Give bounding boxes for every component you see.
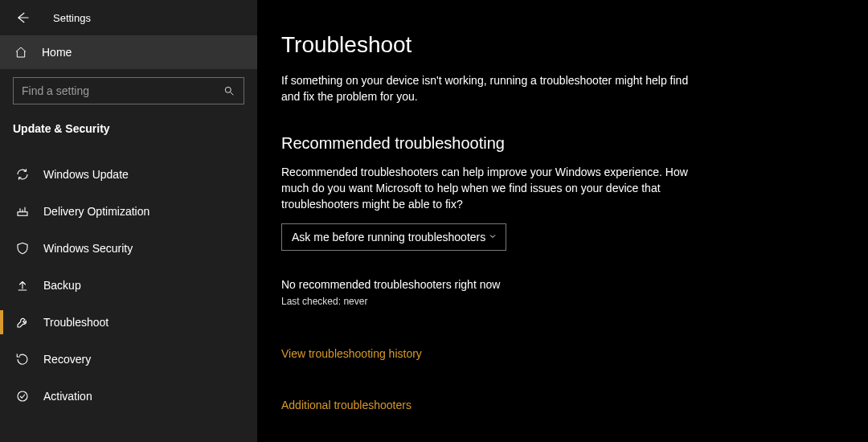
nav-label: Troubleshoot [43,316,108,329]
activation-icon [14,389,31,403]
chevron-down-icon [488,231,497,244]
search-box[interactable] [13,77,244,104]
nav-backup[interactable]: Backup [0,267,257,304]
nav-list: Windows Update Delivery Optimization Win… [0,156,257,415]
svg-point-2 [18,391,27,401]
home-icon [14,46,29,59]
titlebar: Settings [0,0,257,35]
nav-label: Delivery Optimization [43,205,149,218]
nav-windows-update[interactable]: Windows Update [0,156,257,193]
nav-label: Backup [43,279,81,292]
svg-point-0 [225,87,231,92]
arrow-left-icon [15,10,30,25]
section-description: Recommended troubleshooters can help imp… [281,164,699,213]
troubleshoot-preference-select[interactable]: Ask me before running troubleshooters [281,223,506,251]
link-additional-troubleshooters[interactable]: Additional troubleshooters [281,399,868,411]
wrench-icon [14,315,31,329]
search-input[interactable] [22,84,223,97]
recovery-icon [14,352,31,366]
shield-icon [14,241,31,256]
page-title: Troubleshoot [281,32,868,58]
nav-label: Activation [43,390,92,403]
page-intro: If something on your device isn't workin… [281,72,699,105]
app-title: Settings [53,12,91,24]
category-header: Update & Security [0,108,257,141]
last-checked-text: Last checked: never [281,296,868,307]
nav-troubleshoot[interactable]: Troubleshoot [0,304,257,341]
search-container [0,69,257,108]
link-view-history[interactable]: View troubleshooting history [281,347,868,360]
sync-icon [14,167,31,182]
nav-label: Recovery [43,353,91,366]
nav-windows-security[interactable]: Windows Security [0,230,257,267]
nav-label: Windows Security [43,242,133,255]
nav-label: Windows Update [43,168,129,181]
nav-activation[interactable]: Activation [0,378,257,415]
status-text: No recommended troubleshooters right now [281,278,868,291]
home-label: Home [42,46,72,59]
main-content: Troubleshoot If something on your device… [257,0,868,442]
nav-recovery[interactable]: Recovery [0,341,257,378]
sidebar: Settings Home Update & Security Windows … [0,0,257,442]
select-value: Ask me before running troubleshooters [292,231,485,244]
back-button[interactable] [14,10,31,26]
backup-icon [14,278,31,293]
nav-delivery-optimization[interactable]: Delivery Optimization [0,193,257,230]
delivery-icon [14,204,31,219]
home-button[interactable]: Home [0,35,257,69]
section-heading: Recommended troubleshooting [281,134,868,153]
search-icon [223,85,235,96]
svg-rect-1 [18,212,27,216]
